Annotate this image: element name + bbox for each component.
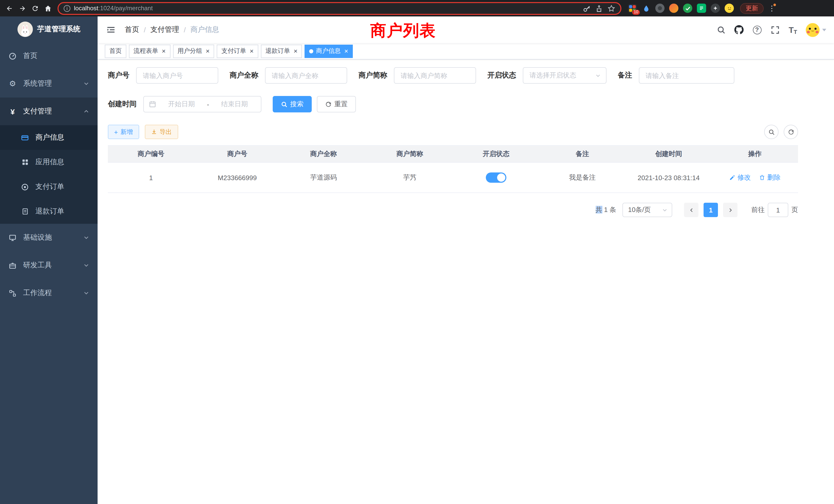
- page-number-button[interactable]: 1: [704, 203, 718, 217]
- sidebar-item-home[interactable]: 首页: [0, 42, 97, 70]
- extension-grid-button[interactable]: 10: [628, 4, 637, 13]
- next-page-button[interactable]: [723, 203, 738, 217]
- prev-page-button[interactable]: [684, 203, 698, 217]
- browser-menu-button[interactable]: ⋮: [768, 4, 776, 12]
- breadcrumb-item-payment[interactable]: 支付管理: [151, 25, 179, 35]
- edit-link[interactable]: 修改: [729, 173, 751, 182]
- column-header: 商户简称: [367, 150, 453, 159]
- full-name-input[interactable]: [265, 67, 347, 84]
- extension-circle-button[interactable]: [655, 4, 664, 13]
- chrome-update-button[interactable]: 更新: [740, 3, 764, 14]
- export-button[interactable]: 导出: [145, 125, 178, 139]
- reset-button[interactable]: 重置: [317, 96, 356, 112]
- back-icon: [6, 4, 13, 12]
- filter-row-2: 创建时间 开始日期 - 结束日期 搜索 重置: [108, 96, 798, 112]
- toggle-search-button[interactable]: [764, 125, 778, 139]
- search-button-label: 搜索: [290, 99, 304, 109]
- tab-home[interactable]: 首页: [105, 44, 126, 58]
- delete-link[interactable]: 删除: [759, 173, 781, 182]
- tab-pay-order[interactable]: 支付订单 ×: [217, 44, 258, 58]
- refresh-icon: [788, 129, 794, 135]
- header-search-button[interactable]: [716, 25, 726, 35]
- github-link-button[interactable]: [734, 25, 744, 35]
- tab-process-form[interactable]: 流程表单 ×: [129, 44, 170, 58]
- sidebar-logo[interactable]: 芋道管理系统: [0, 17, 97, 42]
- sidebar-item-refund-order[interactable]: 退款订单: [0, 199, 97, 224]
- short-name-input[interactable]: [394, 67, 476, 84]
- saved-passwords-button[interactable]: [582, 4, 591, 13]
- extension-drop-button[interactable]: [641, 4, 651, 13]
- logo-avatar: [17, 22, 32, 37]
- sidebar-item-label: 应用信息: [36, 158, 64, 167]
- water-drop-icon: [642, 4, 650, 12]
- sidebar-item-dev-tools[interactable]: 研发工具: [0, 251, 97, 279]
- browser-toolbar: localhost:1024/pay/merchant 10: [0, 0, 834, 17]
- sidebar-item-app-info[interactable]: 应用信息: [0, 150, 97, 175]
- status-toggle[interactable]: [486, 173, 506, 183]
- date-range-picker[interactable]: 开始日期 - 结束日期: [143, 96, 261, 112]
- yen-icon: ¥: [8, 107, 17, 116]
- sidebar-item-payment[interactable]: ¥ 支付管理: [0, 97, 97, 125]
- sidebar-item-pay-order[interactable]: 支付订单: [0, 175, 97, 199]
- close-icon[interactable]: ×: [294, 48, 298, 54]
- main-area: 首页 / 支付管理 / 商户信息 商户列表 ?: [97, 17, 834, 504]
- monitor-icon: [8, 234, 17, 242]
- tab-label: 首页: [109, 47, 122, 55]
- tab-user-group[interactable]: 用户分组 ×: [173, 44, 214, 58]
- cell-full-name: 芋道源码: [280, 173, 367, 182]
- workflow-icon: [8, 289, 17, 297]
- sidebar-item-infrastructure[interactable]: 基础设施: [0, 224, 97, 251]
- refresh-table-button[interactable]: [784, 125, 798, 139]
- sidebar-item-label: 工作流程: [23, 289, 52, 298]
- merchant-no-input[interactable]: [136, 67, 218, 84]
- help-button[interactable]: ?: [752, 25, 762, 35]
- extension-pinwheel-button[interactable]: [711, 4, 720, 13]
- search-button[interactable]: 搜索: [273, 96, 312, 112]
- column-header: 商户全称: [280, 150, 367, 159]
- browser-refresh-button[interactable]: [29, 2, 42, 15]
- goto-page-input[interactable]: [768, 203, 788, 217]
- reset-button-label: 重置: [334, 99, 348, 109]
- browser-forward-button[interactable]: [16, 2, 29, 15]
- extension-emoji-button[interactable]: [725, 4, 734, 13]
- question-icon: ?: [753, 25, 761, 34]
- tab-refund-order[interactable]: 退款订单 ×: [261, 44, 302, 58]
- pagination: 共 1 条 10条/页 1 前往 页: [108, 203, 798, 217]
- breadcrumb-item-home[interactable]: 首页: [125, 25, 139, 35]
- extension-check-button[interactable]: [683, 4, 692, 13]
- page-size-select[interactable]: 10条/页: [622, 203, 672, 217]
- extension-avatar-button[interactable]: [669, 4, 678, 13]
- font-size-button[interactable]: TT: [788, 25, 798, 35]
- sidebar-item-workflow[interactable]: 工作流程: [0, 279, 97, 307]
- browser-home-button[interactable]: [42, 2, 54, 15]
- filter-row-1: 商户号 商户全称 商户简称 开启状态 请选择开启状态: [108, 67, 798, 84]
- column-header: 备注: [539, 150, 626, 159]
- sidebar-toggle-button[interactable]: [105, 24, 116, 36]
- extension-notes-button[interactable]: [697, 4, 706, 13]
- close-icon[interactable]: ×: [162, 48, 166, 54]
- close-icon[interactable]: ×: [206, 48, 210, 54]
- tab-merchant-info[interactable]: 商户信息 ×: [305, 44, 353, 58]
- site-info-icon[interactable]: [63, 4, 71, 12]
- goto-unit: 页: [791, 205, 798, 214]
- download-icon: [151, 129, 157, 135]
- remark-input[interactable]: [639, 67, 734, 84]
- sidebar-item-merchant-info[interactable]: 商户信息: [0, 125, 97, 150]
- share-button[interactable]: [594, 4, 603, 13]
- user-avatar-menu[interactable]: [806, 23, 826, 37]
- field-label: 商户全称: [229, 71, 258, 80]
- sidebar-item-system[interactable]: ⚙ 系统管理: [0, 70, 97, 97]
- address-bar[interactable]: localhost:1024/pay/merchant: [58, 2, 621, 15]
- status-select[interactable]: 请选择开启状态: [523, 67, 607, 84]
- breadcrumb-separator: /: [144, 26, 146, 34]
- bookmark-button[interactable]: [607, 4, 616, 13]
- fullscreen-button[interactable]: [770, 25, 780, 35]
- add-button[interactable]: + 新增: [108, 125, 139, 139]
- browser-back-button[interactable]: [3, 2, 16, 15]
- close-icon[interactable]: ×: [249, 48, 254, 54]
- menu-alert-dot: [773, 4, 776, 6]
- close-icon[interactable]: ×: [344, 48, 348, 54]
- export-button-label: 导出: [159, 128, 172, 136]
- table-row: 1 M233666999 芋道源码 芋艿 我是备注 2021-10-23 08:…: [108, 163, 798, 193]
- column-header: 操作: [712, 150, 798, 159]
